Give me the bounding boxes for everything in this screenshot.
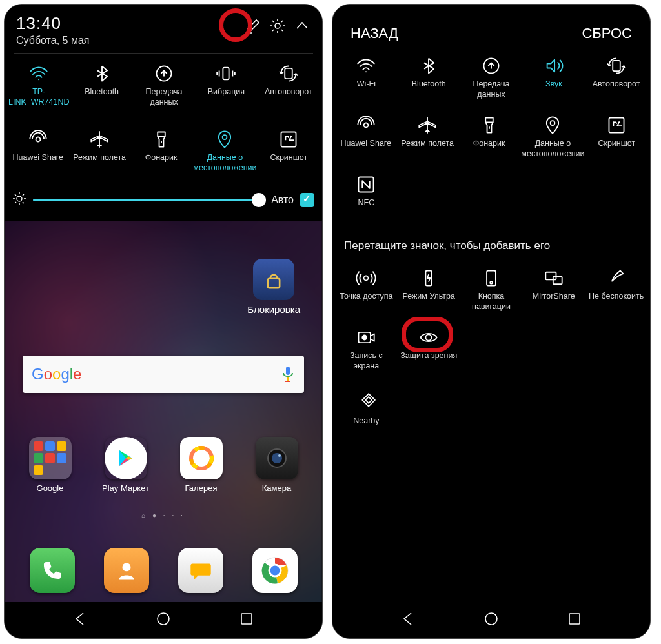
tile-sound[interactable]: Звук: [522, 51, 585, 106]
tile-label: Режим полета: [72, 153, 127, 163]
back-button[interactable]: НАЗАД: [351, 25, 398, 42]
tile-autorotate[interactable]: Автоповорот: [258, 59, 320, 119]
tile-wifi[interactable]: TP-LINK_WR741ND: [7, 59, 70, 119]
tile-label: Скриншот: [269, 153, 309, 163]
app-label: Галерея: [185, 483, 218, 493]
clock-time: 13:40: [16, 14, 245, 34]
svg-point-30: [122, 563, 130, 571]
edit-tiles-icon[interactable]: [245, 17, 261, 37]
tile-label: Фонарик: [144, 153, 179, 163]
svg-point-28: [272, 453, 282, 463]
tile-label: Автоповорот: [263, 87, 314, 97]
tile-screen-record[interactable]: Запись с экрана: [335, 323, 398, 378]
nav-recent-button[interactable]: [567, 611, 582, 629]
eye-comfort-icon: [418, 327, 440, 348]
page-indicator: ⌂ ● · · ·: [5, 512, 322, 519]
tile-label: Защита зрения: [399, 351, 458, 361]
data-icon: [153, 63, 175, 85]
lock-widget-label: Блокировка: [247, 304, 300, 315]
tile-eye-comfort[interactable]: Защита зрения: [398, 323, 460, 378]
google-search-bar[interactable]: Google: [23, 356, 304, 393]
tile-vibration[interactable]: Вибрация: [195, 59, 257, 119]
tile-dnd[interactable]: Не беспокоить: [585, 263, 647, 319]
divider: [341, 385, 641, 385]
screenshot-icon: [605, 114, 627, 136]
tile-label: Передача данных: [460, 79, 523, 99]
app-playstore[interactable]: Play Маркет: [90, 437, 161, 493]
tile-label: Передача данных: [133, 87, 195, 107]
tile-ultra[interactable]: Режим Ультра: [398, 263, 460, 319]
tile-wifi[interactable]: Wi-Fi: [335, 51, 398, 106]
mirrorshare-icon: [543, 267, 565, 289]
app-camera[interactable]: Камера: [241, 437, 312, 493]
divider: [14, 53, 313, 54]
lock-widget[interactable]: Блокировка: [247, 259, 300, 315]
autorotate-icon: [605, 55, 627, 77]
tile-label: Фонарик: [472, 139, 507, 149]
tile-huawei-share[interactable]: Huawei Share: [335, 110, 396, 166]
tile-label: Автоповорот: [591, 79, 642, 90]
tile-location[interactable]: Данные о местоположении: [520, 110, 585, 166]
tile-label: Nearby: [352, 416, 380, 427]
huawei-share-icon: [355, 114, 377, 136]
tile-huawei-share[interactable]: Huawei Share: [7, 125, 68, 185]
tile-label: Вибрация: [207, 87, 246, 97]
nav-recent-button[interactable]: [239, 611, 254, 629]
nav-back-button[interactable]: [400, 611, 416, 629]
tile-bluetooth[interactable]: Bluetooth: [70, 59, 132, 119]
tile-label: NFC: [357, 198, 376, 208]
auto-brightness-label: Авто: [271, 194, 294, 206]
mic-icon[interactable]: [281, 365, 295, 383]
reset-button[interactable]: СБРОС: [582, 25, 632, 42]
app-label: Play Маркет: [102, 483, 149, 493]
tile-flashlight[interactable]: Фонарик: [130, 125, 192, 185]
tile-airplane[interactable]: Режим полета: [68, 125, 130, 185]
dock-phone[interactable]: [15, 548, 89, 597]
tile-screenshot[interactable]: Скриншот: [586, 110, 647, 166]
tile-hotspot[interactable]: Точка доступа: [335, 263, 398, 319]
nav-home-button[interactable]: [156, 611, 171, 629]
tile-nfc[interactable]: NFC: [335, 170, 398, 225]
sound-icon: [543, 55, 565, 77]
nearby-icon: [355, 392, 377, 414]
app-google-folder[interactable]: Google: [15, 437, 85, 493]
autorotate-icon: [278, 63, 300, 85]
bluetooth-icon: [418, 55, 440, 77]
tile-label: Huawei Share: [339, 139, 392, 149]
drag-hint: Перетащите значок, чтобы добавить его: [332, 229, 650, 259]
tile-label: Wi-Fi: [356, 79, 377, 90]
tile-autorotate[interactable]: Автоповорот: [585, 51, 647, 106]
bluetooth-icon: [91, 63, 113, 85]
brightness-row: Авто: [5, 188, 322, 216]
quick-settings-panel: 13:40 Суббота, 5 мая TP-LINK_WR741ND Blu…: [5, 5, 322, 221]
app-gallery[interactable]: Галерея: [166, 437, 236, 493]
nav-back-button[interactable]: [72, 611, 88, 629]
phone-right: НАЗАД СБРОС Wi-Fi Bluetooth Передача дан…: [332, 4, 651, 639]
wifi-icon: [355, 55, 377, 77]
tile-mirrorshare[interactable]: MirrorShare: [522, 263, 585, 319]
settings-gear-icon[interactable]: [269, 17, 286, 37]
tile-flashlight[interactable]: Фонарик: [458, 110, 520, 166]
dock-contacts[interactable]: [89, 548, 163, 597]
tile-data[interactable]: Передача данных: [460, 51, 523, 106]
dock-messages[interactable]: [163, 548, 238, 597]
airplane-icon: [416, 114, 438, 136]
dock-chrome[interactable]: [238, 548, 312, 597]
tile-data[interactable]: Передача данных: [133, 59, 195, 119]
brightness-slider[interactable]: [33, 199, 265, 201]
auto-brightness-checkbox[interactable]: [300, 193, 314, 207]
nav-home-button[interactable]: [483, 611, 499, 629]
date-label: Суббота, 5 мая: [16, 35, 245, 46]
tile-nearby[interactable]: Nearby: [335, 388, 398, 443]
tile-bluetooth[interactable]: Bluetooth: [398, 51, 460, 106]
brightness-sun-icon: [12, 192, 26, 208]
tile-screenshot[interactable]: Скриншот: [258, 125, 320, 185]
tile-label: Кнопка навигации: [460, 292, 523, 312]
tile-location[interactable]: Данные о местоположении: [192, 125, 258, 185]
tile-label: Режим Ультра: [401, 292, 456, 302]
tile-label: TP-LINK_WR741ND: [7, 87, 70, 107]
collapse-chevron-icon[interactable]: [294, 17, 310, 37]
vibration-icon: [215, 63, 237, 85]
tile-airplane[interactable]: Режим полета: [396, 110, 458, 166]
tile-nav-key[interactable]: Кнопка навигации: [460, 263, 523, 319]
